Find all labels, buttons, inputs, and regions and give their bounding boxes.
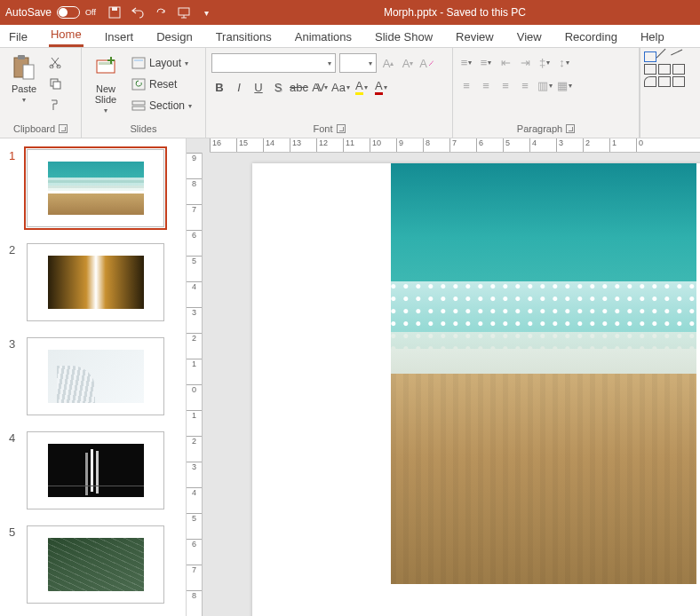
thumbnail-number: 2 xyxy=(9,243,18,321)
increase-indent-icon[interactable]: ⇥ xyxy=(517,53,533,71)
shape-curve-icon[interactable] xyxy=(644,76,656,87)
ribbon-tabs: File Home Insert Design Transitions Anim… xyxy=(0,25,700,48)
increase-font-icon[interactable]: A▴ xyxy=(380,54,396,72)
paragraph-launcher[interactable] xyxy=(566,124,575,133)
svg-rect-1 xyxy=(112,7,117,11)
tab-help[interactable]: Help xyxy=(639,27,666,47)
shape-wave-icon[interactable] xyxy=(658,76,671,87)
justify-icon[interactable]: ≡ xyxy=(517,76,533,94)
section-button[interactable]: Section▾ xyxy=(128,96,195,115)
smartart-button[interactable]: ▦▾ xyxy=(556,76,572,94)
svg-rect-15 xyxy=(134,59,143,61)
bold-button[interactable]: B xyxy=(211,78,227,96)
shape-textbox-icon[interactable] xyxy=(644,51,656,62)
layout-button[interactable]: Layout▾ xyxy=(128,53,195,73)
decrease-font-icon[interactable]: A▾ xyxy=(400,54,416,72)
paste-icon xyxy=(10,53,38,82)
tab-recording[interactable]: Recording xyxy=(563,27,619,47)
slide-picture[interactable] xyxy=(391,163,696,584)
italic-button[interactable]: I xyxy=(231,78,247,96)
qat-more-icon[interactable]: ▾ xyxy=(199,4,215,20)
numbering-button[interactable]: ≡▾ xyxy=(478,53,494,71)
copy-icon[interactable] xyxy=(46,75,64,92)
shape-rect-icon[interactable] xyxy=(644,64,656,75)
char-spacing-button[interactable]: AV▾ xyxy=(312,78,328,96)
group-paragraph: ≡▾ ≡▾ ⇤ ⇥ ‡▾ ↕▾ ≡ ≡ ≡ ≡ ▥▾ ▦▾ Paragraph xyxy=(453,48,640,138)
undo-icon[interactable] xyxy=(130,4,146,20)
strike-button[interactable]: abc xyxy=(290,78,308,96)
tab-file[interactable]: File xyxy=(7,27,29,47)
cut-icon[interactable] xyxy=(46,53,64,71)
paste-button[interactable]: Paste ▾ xyxy=(5,53,43,104)
thumbnail-number: 5 xyxy=(9,525,18,604)
autosave-toggle[interactable] xyxy=(57,6,80,19)
reset-button[interactable]: Reset xyxy=(128,75,195,94)
font-color-button[interactable]: A▾ xyxy=(373,78,389,96)
tab-design[interactable]: Design xyxy=(155,27,194,47)
underline-button[interactable]: U xyxy=(251,78,266,96)
thumbnail-1-image xyxy=(48,162,144,215)
clipboard-launcher[interactable] xyxy=(59,124,68,133)
align-left-icon[interactable]: ≡ xyxy=(458,76,474,94)
group-clipboard: Paste ▾ Clipboard xyxy=(0,48,82,138)
thumbnail-number: 1 xyxy=(9,149,18,227)
thumbnail-5[interactable]: 5 xyxy=(9,525,177,604)
canvas-area: 161514131211109876543210 987654321012345… xyxy=(187,138,700,616)
svg-rect-17 xyxy=(132,101,145,105)
highlight-button[interactable]: A▾ xyxy=(354,78,370,96)
shapes-gallery[interactable] xyxy=(640,48,691,138)
present-icon[interactable] xyxy=(176,4,192,20)
bullets-button[interactable]: ≡▾ xyxy=(458,53,474,71)
thumbnail-2-image xyxy=(48,256,144,309)
font-size-combo[interactable]: ▾ xyxy=(339,53,377,73)
shape-brace-icon[interactable] xyxy=(672,76,685,87)
thumbnail-1[interactable]: 1 xyxy=(9,149,177,227)
line-spacing-button[interactable]: ‡▾ xyxy=(537,53,553,71)
svg-rect-18 xyxy=(132,107,145,110)
font-launcher[interactable] xyxy=(337,124,346,133)
save-icon[interactable] xyxy=(107,4,123,20)
tab-animations[interactable]: Animations xyxy=(293,27,354,47)
new-slide-button[interactable]: New Slide ▾ xyxy=(87,53,124,115)
tab-slideshow[interactable]: Slide Show xyxy=(373,27,434,47)
shape-line2-icon[interactable] xyxy=(671,50,687,65)
editor-area: 1 2 3 4 5 161514131211109876543210 98765… xyxy=(0,138,700,616)
ruler-horizontal: 161514131211109876543210 xyxy=(210,138,700,153)
shadow-button[interactable]: S xyxy=(270,78,286,96)
clear-format-icon[interactable]: A⟋ xyxy=(419,54,435,72)
font-name-combo[interactable]: ▾ xyxy=(211,53,336,73)
tab-home[interactable]: Home xyxy=(49,24,84,47)
reset-icon xyxy=(131,78,146,91)
redo-icon[interactable] xyxy=(153,4,169,20)
change-case-button[interactable]: Aa▾ xyxy=(331,78,350,96)
slide-canvas[interactable] xyxy=(252,163,700,616)
thumbnail-2[interactable]: 2 xyxy=(9,243,177,321)
slide-thumbnails: 1 2 3 4 5 xyxy=(0,138,187,616)
shape-line-icon[interactable] xyxy=(656,49,672,65)
decrease-indent-icon[interactable]: ⇤ xyxy=(497,53,513,71)
thumbnail-number: 3 xyxy=(9,337,18,415)
thumbnail-4[interactable]: 4 xyxy=(9,431,177,509)
svg-rect-16 xyxy=(132,79,145,90)
tab-transitions[interactable]: Transitions xyxy=(214,27,274,47)
font-label: Font xyxy=(313,123,332,134)
tab-view[interactable]: View xyxy=(515,27,544,47)
window-title: Morph.pptx - Saved to this PC xyxy=(215,6,695,19)
svg-rect-14 xyxy=(132,58,145,68)
columns-button[interactable]: ▥▾ xyxy=(537,76,553,94)
svg-rect-6 xyxy=(18,55,25,59)
tab-insert[interactable]: Insert xyxy=(103,27,136,47)
shape-l-icon[interactable] xyxy=(658,64,671,75)
autosave-control[interactable]: AutoSave Off xyxy=(5,6,96,19)
shape-step-icon[interactable] xyxy=(672,64,685,75)
text-direction-button[interactable]: ↕▾ xyxy=(556,53,572,71)
align-right-icon[interactable]: ≡ xyxy=(497,76,513,94)
thumbnail-number: 4 xyxy=(9,431,18,509)
align-center-icon[interactable]: ≡ xyxy=(478,76,494,94)
layout-label: Layout xyxy=(149,57,181,69)
thumbnail-3[interactable]: 3 xyxy=(9,337,177,415)
format-painter-icon[interactable] xyxy=(46,96,64,114)
svg-rect-11 xyxy=(53,82,60,89)
tab-review[interactable]: Review xyxy=(454,27,496,47)
svg-rect-7 xyxy=(23,65,34,79)
